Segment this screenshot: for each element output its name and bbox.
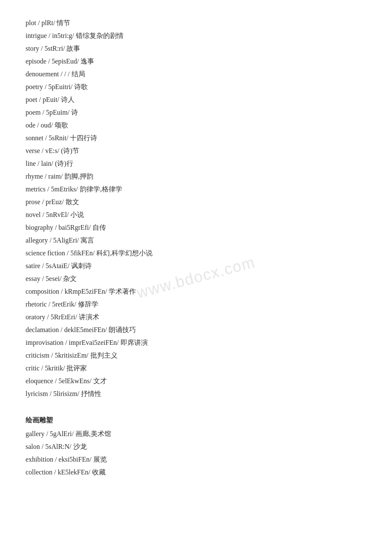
list-item: episode / 5episEud/ 逸事	[26, 55, 366, 67]
section2-title: 绘画雕塑	[26, 414, 366, 426]
list-item: critic / 5kritik/ 批评家	[26, 362, 366, 374]
list-item: rhetoric / 5retErik/ 修辞学	[26, 298, 366, 310]
list-item: ode / oud/ 颂歌	[26, 119, 366, 131]
list-item: criticism / 5kritisizEm/ 批判主义	[26, 350, 366, 361]
list-item: biography / bai5RgrEfi/ 自传	[26, 222, 366, 234]
list-item: improvisation / imprEvai5zeiFEn/ 即席讲演	[26, 337, 366, 349]
list-item: essay / 5esei/ 杂文	[26, 273, 366, 285]
section2-list: gallery / 5gAlEri/ 画廊,美术馆salon / 5sAlR:N…	[26, 428, 366, 478]
list-item: rhyme / raim/ 韵脚,押韵	[26, 171, 366, 182]
list-item: metrics / 5mEtriks/ 韵律学,格律学	[26, 183, 366, 195]
list-item: allegory / 5AligEri/ 寓言	[26, 234, 366, 246]
list-item: declamation / deklE5meiFEn/ 朗诵技巧	[26, 324, 366, 336]
list-item: denouement / / / 结局	[26, 68, 366, 80]
list-item: story / 5stR:ri/ 故事	[26, 43, 366, 55]
list-item: intrigue / in5tri:g/ 错综复杂的剧情	[26, 30, 366, 42]
list-item: poet / pEuit/ 诗人	[26, 94, 366, 106]
list-item: eloquence / 5elEkwEns/ 文才	[26, 375, 366, 387]
list-item: satire / 5sAtaiE/ 讽刺诗	[26, 260, 366, 272]
list-item: sonnet / 5sRnit/ 十四行诗	[26, 132, 366, 144]
list-item: science fiction / 5fikFEn/ 科幻,科学幻想小说	[26, 247, 366, 259]
section-spacer	[26, 401, 366, 406]
list-item: composition / kRmpE5ziFEn/ 学术著作	[26, 286, 366, 298]
list-item: verse / vE:s/ (诗)节	[26, 145, 366, 157]
list-item: oratory / 5RrEtEri/ 讲演术	[26, 311, 366, 323]
list-item: exhibition / eksi5biFEn/ 展览	[26, 454, 366, 465]
section2: 绘画雕塑 gallery / 5gAlEri/ 画廊,美术馆salon / 5s…	[26, 414, 366, 478]
vocab-list: plot / plRt/ 情节intrigue / in5tri:g/ 错综复杂…	[26, 17, 366, 406]
list-item: line / lain/ (诗)行	[26, 158, 366, 170]
list-item: poetry / 5pEuitri/ 诗歌	[26, 81, 366, 93]
list-item: prose / prEuz/ 散文	[26, 196, 366, 208]
list-item: plot / plRt/ 情节	[26, 17, 366, 29]
list-item: salon / 5sAlR:N/ 沙龙	[26, 441, 366, 453]
list-item: gallery / 5gAlEri/ 画廊,美术馆	[26, 428, 366, 440]
list-item: novel / 5nRvEl/ 小说	[26, 209, 366, 221]
list-item: collection / kE5lekFEn/ 收藏	[26, 466, 366, 478]
list-item: poem / 5pEuim/ 诗	[26, 107, 366, 119]
list-item: lyricism / 5lirisizm/ 抒情性	[26, 388, 366, 400]
